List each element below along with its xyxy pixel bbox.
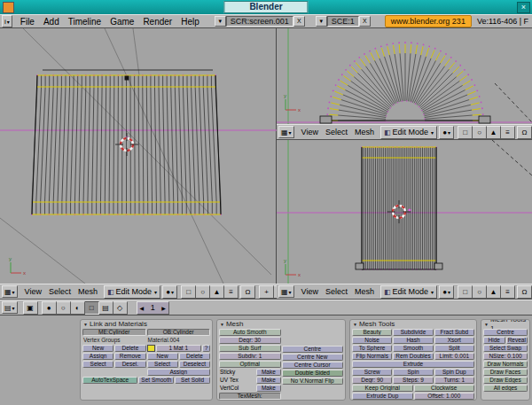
header-icon-a3[interactable]: ≡ (501, 285, 515, 299)
context-icon-4[interactable]: ▤ (99, 301, 113, 315)
screw-button[interactable]: Screw (352, 369, 392, 376)
viewport-type-button[interactable]: ▦▾ (278, 126, 294, 138)
context-icon-2[interactable]: ◐ (71, 301, 85, 315)
screen-name-field[interactable]: SCR:screen.001 (226, 16, 293, 27)
header-icon-a0[interactable]: □ (458, 126, 473, 139)
limit-field[interactable]: Limit: 0.001 (434, 353, 474, 360)
proportional-edit-icon[interactable]: Ω (517, 126, 532, 139)
texmesh-field[interactable]: TexMesh: (219, 393, 281, 400)
smooth-button[interactable]: Smooth (393, 345, 433, 352)
degr-field[interactable]: Degr: 30 (219, 337, 281, 344)
view-menu[interactable]: View (301, 287, 318, 296)
panel-header[interactable]: ▼Mesh (217, 320, 345, 329)
subdiv-field[interactable]: Subdiv: 1 (219, 353, 281, 360)
material-query-button[interactable]: ? (202, 345, 210, 352)
header-icon-a0[interactable]: □ (181, 285, 196, 299)
panel-header[interactable]: ▼Mesh Tools 1 (481, 320, 529, 329)
scene-browse-button[interactable]: ▾ (316, 16, 327, 27)
select-menu[interactable]: Select (325, 287, 348, 296)
centre-new-button[interactable]: Centre New (282, 354, 344, 361)
header-icon-a0[interactable]: □ (458, 285, 473, 299)
keep-original-toggle[interactable]: Keep Original (352, 385, 413, 392)
centre-button[interactable]: Centre (483, 329, 528, 336)
subdivide-button[interactable]: Subdivide (393, 329, 433, 336)
clockwise-toggle[interactable]: Clockwise (414, 385, 475, 392)
header-icon-a1[interactable]: ○ (473, 285, 487, 299)
material-deselect-button[interactable]: Deselect (179, 361, 210, 368)
mode-dropdown[interactable]: ◧Edit Mode▾ (380, 285, 437, 299)
frame-next-icon[interactable]: ▶ (161, 305, 166, 311)
material-swatch[interactable] (147, 345, 155, 352)
view-menu[interactable]: View (25, 287, 42, 296)
me-name-field[interactable]: ME:Cylinder (82, 329, 146, 336)
reveal-button[interactable]: Reveal (506, 337, 528, 344)
vgroup-new-button[interactable]: New (82, 345, 113, 352)
degr-spin-field[interactable]: Degr: 90 (352, 377, 392, 384)
autotexspace-button[interactable]: AutoTexSpace (82, 377, 137, 384)
menu-add[interactable]: Add (43, 17, 59, 27)
header-icon-a1[interactable]: ○ (473, 126, 487, 139)
rem-doubles-button[interactable]: Rem Doubles (393, 353, 433, 360)
scene-name-field[interactable]: SCE:1 (327, 16, 359, 27)
window-type-button[interactable]: ▤▾ (2, 301, 18, 314)
uvtex-make-button[interactable]: Make (256, 377, 280, 384)
window-close-icon[interactable]: × (517, 2, 530, 13)
material-index-field[interactable]: 1 Mat 1 (156, 345, 202, 352)
extrude-button[interactable]: Extrude (352, 361, 474, 368)
vgroup-select-button[interactable]: Select (82, 361, 113, 368)
menu-game[interactable]: Game (110, 17, 134, 27)
xsort-button[interactable]: Xsort (434, 337, 474, 344)
window-type-button[interactable]: i▾ (2, 15, 12, 27)
view-menu[interactable]: View (301, 128, 318, 136)
select-menu[interactable]: Select (49, 287, 71, 296)
header-icon-a3[interactable]: ≡ (501, 126, 515, 139)
select-swap-button[interactable]: Select Swap (483, 345, 528, 352)
split-button[interactable]: Split (434, 345, 474, 352)
offset-field[interactable]: Offset: 1.000 (414, 393, 475, 400)
vgroup-deselect-button[interactable]: Desel. (114, 361, 145, 368)
draw-type-dropdown[interactable]: ●▾ (439, 285, 454, 299)
vgroup-delete-button[interactable]: Delete (114, 345, 145, 352)
draw-normals-toggle[interactable]: Draw Normals (483, 361, 528, 368)
screen-delete-button[interactable]: X (293, 16, 305, 27)
menu-help[interactable]: Help (181, 17, 200, 27)
proportional-edit-icon[interactable]: Ω (240, 285, 255, 299)
hash-button[interactable]: Hash (393, 337, 433, 344)
menu-file[interactable]: File (20, 17, 35, 27)
context-icon-editing[interactable]: □ (85, 301, 99, 315)
menu-render[interactable]: Render (143, 17, 172, 27)
all-edges-toggle[interactable]: All edges (483, 385, 528, 392)
beauty-toggle[interactable]: Beauty (352, 329, 392, 336)
panels-menu-icon[interactable]: ▣ (23, 301, 38, 315)
window-titlebar[interactable]: Blender × (0, 0, 532, 14)
header-icon-a2[interactable]: ▲ (210, 285, 224, 299)
header-icon-a2[interactable]: ▲ (487, 126, 501, 139)
header-icon-a2[interactable]: ▲ (487, 285, 501, 299)
steps-field[interactable]: Steps: 9 (393, 377, 433, 384)
mesh-menu[interactable]: Mesh (355, 287, 374, 296)
material-select-button[interactable]: Select (147, 361, 178, 368)
context-icon-5[interactable]: ◇ (113, 301, 128, 315)
centre-cursor-button[interactable]: Centre Cursor (282, 362, 344, 369)
set-smooth-button[interactable]: Set Smooth (138, 377, 174, 384)
optimal-toggle[interactable]: Optimal (219, 361, 281, 368)
header-icon-b0[interactable]: + (259, 285, 274, 299)
scene-delete-button[interactable]: X (359, 16, 371, 27)
auto-smooth-toggle[interactable]: Auto Smooth (219, 329, 281, 336)
extrude-dup-button[interactable]: Extrude Dup (352, 393, 413, 400)
panel-header[interactable]: ▼Link and Materials (81, 320, 212, 329)
draw-edges-toggle[interactable]: Draw Edges (483, 377, 528, 384)
fract-subd-button[interactable]: Fract Subd (434, 329, 474, 336)
viewport-3d-perspective[interactable]: xy (0, 28, 277, 284)
subsurf-toggle[interactable]: Sub Surf (219, 345, 281, 352)
material-delete-button[interactable]: Delete (179, 353, 210, 360)
nsize-field[interactable]: NSize: 0.100 (483, 353, 528, 360)
context-icon-1[interactable]: ○ (57, 301, 71, 315)
version-badge[interactable]: www.blender.org 231 (385, 15, 472, 27)
menu-timeline[interactable]: Timeline (68, 17, 101, 27)
double-sided-toggle[interactable]: Double Sided (282, 370, 344, 377)
viewport-type-button[interactable]: ▦▾ (2, 285, 18, 298)
vgroup-assign-button[interactable]: Assign (82, 353, 113, 360)
viewport-type-button[interactable]: ▦▾ (278, 285, 294, 298)
centre-button[interactable]: Centre (282, 346, 344, 353)
